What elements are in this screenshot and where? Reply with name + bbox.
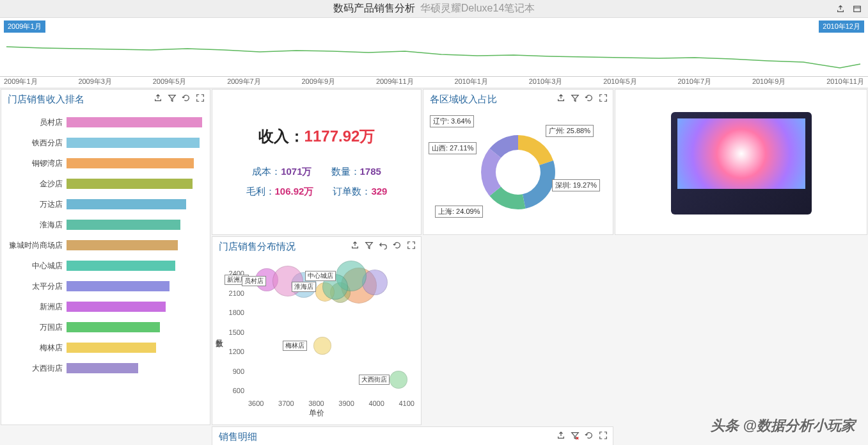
- qty-label: 数量：: [331, 166, 360, 177]
- bubble-label: 大西街店: [359, 375, 390, 385]
- timeline-tick: 2010年3月: [529, 77, 563, 86]
- ranking-panel: 门店销售收入排名 员村店铁西分店铜锣湾店金沙店万达店淮海店豫城时尚商场店中心城店…: [1, 89, 210, 425]
- bar-label: 梅林店: [9, 343, 67, 353]
- profit-label: 毛利：: [246, 186, 275, 197]
- donut-label-liaoning: 辽宁: 3.64%: [430, 115, 474, 127]
- ranking-bar-row[interactable]: 中心城店: [9, 258, 202, 273]
- revenue-value: 1177.92万: [304, 127, 375, 145]
- expand-icon[interactable]: [599, 431, 608, 440]
- expand-icon[interactable]: [599, 93, 608, 102]
- timeline-tick: 2010年9月: [752, 77, 786, 86]
- ranking-bar-row[interactable]: 万国店: [9, 320, 202, 335]
- bar-label: 金沙店: [9, 179, 67, 190]
- expand-icon[interactable]: [196, 93, 205, 102]
- orders-value: 329: [371, 186, 387, 197]
- spark-line: [0, 31, 868, 76]
- timeline-tick: 2010年1月: [454, 77, 488, 86]
- detail-panel: 销售明细 商品数量单价销售金额成本毛利排名 iPhone 11180.005,9…: [212, 426, 613, 445]
- timeline-tick: 2009年11月: [376, 77, 414, 86]
- bubble-label: 淮海店: [292, 282, 316, 292]
- ranking-bar-row[interactable]: 万达店: [9, 197, 202, 212]
- page-subtitle: 华硕灵耀Deluxe14笔记本: [420, 2, 535, 15]
- refresh-icon[interactable]: [585, 431, 594, 440]
- profit-value: 106.92万: [275, 186, 314, 197]
- product-image: [671, 112, 812, 214]
- export-icon[interactable]: [556, 431, 565, 440]
- expand-icon[interactable]: [407, 241, 416, 250]
- scatter-chart[interactable]: 24002100180015001200900600 3600370038003…: [212, 257, 421, 420]
- bar-label: 万国店: [9, 322, 67, 333]
- timeline-tick: 2009年1月: [4, 77, 38, 86]
- bubble[interactable]: [313, 337, 331, 355]
- page-title: 数码产品销售分析: [333, 2, 415, 15]
- undo-icon[interactable]: [379, 241, 388, 250]
- product-image-panel: [615, 89, 867, 235]
- qty-value: 1785: [360, 166, 381, 177]
- scatter-xlabel: 单价: [309, 408, 324, 419]
- donut-panel: 各区域收入占比 辽宁: 3.64% 山西: 27.11% 上海: 24.09% …: [423, 89, 613, 235]
- bar-label: 淮海店: [9, 220, 67, 231]
- bubble-label: 中心城店: [305, 271, 336, 281]
- bar-label: 大西街店: [9, 363, 67, 374]
- timeline-tick: 2010年7月: [678, 77, 712, 86]
- filter-clear-icon[interactable]: [571, 431, 580, 440]
- filter-icon[interactable]: [571, 93, 580, 102]
- bubble-label: 梅林店: [283, 341, 307, 351]
- filter-icon[interactable]: [365, 241, 374, 250]
- kpi-panel: 收入：1177.92万 成本：1071万 数量：1785 毛利：106.92万 …: [212, 89, 422, 235]
- donut-label-shanxi: 山西: 27.11%: [429, 142, 477, 154]
- ranking-bar-row[interactable]: 铜锣湾店: [9, 156, 202, 171]
- settings-icon[interactable]: [853, 4, 862, 13]
- bar-label: 豫城时尚商场店: [9, 240, 67, 251]
- ranking-bar-chart[interactable]: 员村店铁西分店铜锣湾店金沙店万达店淮海店豫城时尚商场店中心城店太平分店新洲店万国…: [1, 109, 210, 386]
- bar-label: 员村店: [9, 117, 67, 128]
- bubble-label: 员村店: [242, 276, 266, 286]
- donut-label-shenzhen: 深圳: 19.27%: [552, 179, 600, 191]
- donut-label-guangzhou: 广州: 25.88%: [546, 125, 594, 137]
- ranking-bar-row[interactable]: 梅林店: [9, 340, 202, 355]
- timeline-axis: 2009年1月2009年3月2009年5月2009年7月2009年9月2009年…: [0, 76, 868, 86]
- detail-title: 销售明细: [212, 427, 613, 445]
- header-bar: 数码产品销售分析 华硕灵耀Deluxe14笔记本: [0, 0, 868, 18]
- timeline-tick: 2009年3月: [78, 77, 112, 86]
- filter-icon[interactable]: [168, 93, 177, 102]
- export-icon[interactable]: [556, 93, 565, 102]
- timeline-tick: 2010年5月: [603, 77, 637, 86]
- timeline-chart[interactable]: 2009年1月 2010年12月 2009年1月2009年3月2009年5月20…: [0, 18, 868, 88]
- scatter-panel: 门店销售分布情况 24002100180015001200900600 3600…: [212, 236, 422, 425]
- orders-label: 订单数：: [333, 186, 371, 197]
- refresh-icon[interactable]: [585, 93, 594, 102]
- ranking-bar-row[interactable]: 铁西分店: [9, 135, 202, 150]
- timeline-tick: 2009年5月: [153, 77, 187, 86]
- cost-value: 1071万: [281, 166, 312, 177]
- timeline-tick: 2009年7月: [227, 77, 261, 86]
- export-icon[interactable]: [836, 4, 845, 13]
- ranking-bar-row[interactable]: 淮海店: [9, 217, 202, 232]
- ranking-bar-row[interactable]: 太平分店: [9, 279, 202, 294]
- refresh-icon[interactable]: [393, 241, 402, 250]
- ranking-bar-row[interactable]: 豫城时尚商场店: [9, 238, 202, 253]
- svg-rect-0: [854, 6, 861, 12]
- bar-label: 新洲店: [9, 302, 67, 312]
- bar-label: 铜锣湾店: [9, 158, 67, 169]
- donut-label-shanghai: 上海: 24.09%: [435, 206, 483, 218]
- watermark-text: 头条 @数据分析小玩家: [711, 416, 855, 435]
- revenue-label: 收入：: [258, 127, 304, 145]
- timeline-tick: 2010年11月: [826, 77, 864, 86]
- timeline-tick: 2009年9月: [302, 77, 336, 86]
- ranking-bar-row[interactable]: 新洲店: [9, 299, 202, 314]
- bar-label: 中心城店: [9, 261, 67, 271]
- bar-label: 铁西分店: [9, 138, 67, 149]
- bar-label: 太平分店: [9, 281, 67, 292]
- cost-label: 成本：: [252, 166, 281, 177]
- bubble[interactable]: [390, 371, 407, 389]
- ranking-bar-row[interactable]: 大西街店: [9, 360, 202, 376]
- export-icon[interactable]: [351, 241, 359, 250]
- bar-label: 万达店: [9, 199, 67, 210]
- refresh-icon[interactable]: [182, 93, 191, 102]
- ranking-bar-row[interactable]: 金沙店: [9, 176, 202, 191]
- ranking-bar-row[interactable]: 员村店: [9, 115, 202, 130]
- export-icon[interactable]: [154, 93, 162, 102]
